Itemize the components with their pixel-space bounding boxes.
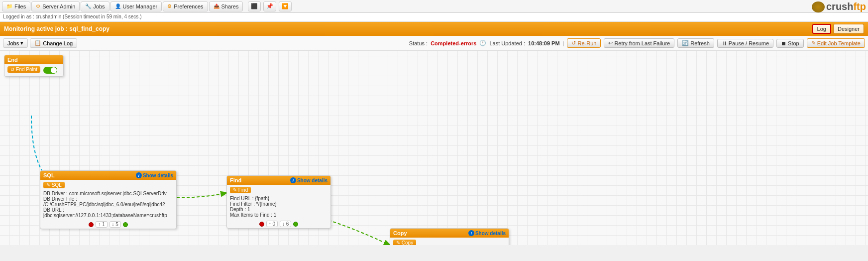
sql-node-footer: ↑ 1 ↓ 5 xyxy=(40,220,176,229)
nav-extra-3[interactable]: 🔽 xyxy=(279,1,292,11)
edit-job-template-button[interactable]: ✎ Edit Job Template xyxy=(807,38,865,48)
change-log-icon: 📋 xyxy=(34,40,41,46)
nav-server-admin[interactable]: ⚙ Server Admin xyxy=(31,1,80,11)
sql-node: SQL i Show details ✎ SQL DB Driver : com… xyxy=(40,170,177,229)
session-bar: Logged in as : crushadmin (Session timeo… xyxy=(0,13,868,22)
nav-extra-1[interactable]: ⬛ xyxy=(248,1,261,11)
user-manager-icon: 👤 xyxy=(115,3,121,9)
sql-success-dot xyxy=(123,222,128,227)
nav-files[interactable]: 📁 Files xyxy=(2,1,30,11)
status-label: Status : xyxy=(409,40,428,46)
copy-node-header: Copy i Show details xyxy=(390,229,509,238)
sql-counter-down: ↓ 5 xyxy=(109,221,121,228)
toolbar-left: Jobs ▾ 📋 Change Log xyxy=(3,38,77,48)
copy-sub-label[interactable]: ✎ Copy xyxy=(393,240,416,245)
refresh-icon: 🔄 xyxy=(682,40,689,46)
change-log-button[interactable]: 📋 Change Log xyxy=(30,38,77,48)
edit-icon: ✎ xyxy=(811,40,816,46)
refresh-button[interactable]: 🔄 Refresh xyxy=(677,38,714,48)
find-show-details[interactable]: i Show details xyxy=(290,177,327,183)
rerun-icon: ↺ xyxy=(571,40,576,46)
end-node-body: ↺ End Point xyxy=(4,64,63,76)
sql-node-header: SQL i Show details xyxy=(40,171,176,180)
clock-icon: 🕐 xyxy=(479,40,486,46)
copy-node: Copy i Show details ✎ Copy Destination :… xyxy=(390,228,509,245)
find-node-header: Find i Show details xyxy=(227,176,330,185)
refresh-small-icon: ↺ xyxy=(10,67,14,72)
pause-icon: ⏸ xyxy=(722,40,727,46)
last-updated-label: Last Updated : xyxy=(489,40,525,46)
copy-show-details[interactable]: i Show details xyxy=(468,230,506,236)
monitoring-actions: Log Designer xyxy=(812,24,864,34)
find-counter-down: ↓ 6 xyxy=(280,221,291,227)
sql-to-find-arrow xyxy=(177,193,226,198)
find-success-dot xyxy=(293,222,298,227)
find-node: Find i Show details ✎ Find Find URL : {f… xyxy=(226,175,331,229)
log-button[interactable]: Log xyxy=(812,24,831,34)
info-icon: i xyxy=(136,172,142,178)
rerun-button[interactable]: ↺ Re-Run xyxy=(567,38,601,48)
pause-resume-button[interactable]: ⏸ Pause / Resume xyxy=(717,39,773,48)
nav-extra-2[interactable]: 📌 xyxy=(263,1,276,11)
end-node-header: End xyxy=(4,55,63,64)
monitoring-title: Monitoring active job : sql_find_copy xyxy=(4,25,109,32)
sql-counter-up: ↑ 1 xyxy=(96,221,107,228)
sql-node-body: ✎ SQL DB Driver : com.microsoft.sqlserve… xyxy=(40,180,176,220)
stop-icon: ⏹ xyxy=(781,40,786,46)
end-point-label[interactable]: ↺ End Point xyxy=(7,66,40,73)
chevron-down-icon: ▾ xyxy=(20,40,23,46)
status-value: Completed-errors xyxy=(431,40,476,46)
shares-icon: 📤 xyxy=(214,3,219,9)
nav-jobs[interactable]: 🔧 Jobs xyxy=(81,1,109,11)
nav-shares[interactable]: 📤 Shares xyxy=(209,1,243,11)
copy-node-body: ✎ Copy Destination : file:///C:/FTPHOME/… xyxy=(390,238,509,245)
monitoring-bar: Monitoring active job : sql_find_copy Lo… xyxy=(0,22,868,36)
sql-error-dot xyxy=(89,222,94,227)
find-node-body: ✎ Find Find URL : {fpath} Find Filter : … xyxy=(227,185,330,220)
nav-preferences[interactable]: ⚙ Preferences xyxy=(163,1,208,11)
jobs-dropdown-button[interactable]: Jobs ▾ xyxy=(3,38,28,48)
info-icon-find: i xyxy=(290,177,296,183)
sql-sub-label[interactable]: ✎ SQL xyxy=(43,182,65,188)
designer-button[interactable]: Designer xyxy=(833,24,864,34)
info-icon-copy: i xyxy=(468,230,474,236)
last-updated-value: 10:48:09 PM xyxy=(528,40,560,46)
toolbar-right: Status : Completed-errors 🕐 Last Updated… xyxy=(409,38,865,48)
find-sub-label[interactable]: ✎ Find xyxy=(230,187,251,193)
sql-show-details[interactable]: i Show details xyxy=(136,172,173,178)
find-counter-up: ↑ 0 xyxy=(266,221,278,227)
job-canvas: End ↺ End Point SQL i Show details ✎ SQL… xyxy=(0,51,868,245)
nav-user-manager[interactable]: 👤 User Manager xyxy=(110,1,162,11)
retry-button[interactable]: ↩ Retry from Last Failure xyxy=(604,38,674,48)
end-point-toggle[interactable] xyxy=(43,67,57,74)
files-icon: 📁 xyxy=(6,3,12,9)
toolbar: Jobs ▾ 📋 Change Log Status : Completed-e… xyxy=(0,36,868,51)
preferences-icon: ⚙ xyxy=(167,3,172,9)
find-to-copy-arrow xyxy=(328,220,390,245)
retry-icon: ↩ xyxy=(608,40,613,46)
app-logo: crushftp xyxy=(812,1,866,12)
find-error-dot xyxy=(259,222,264,227)
end-node: End ↺ End Point xyxy=(4,55,64,77)
find-node-footer: ↑ 0 ↓ 6 xyxy=(227,220,330,228)
stop-button[interactable]: ⏹ Stop xyxy=(776,39,804,48)
jobs-icon: 🔧 xyxy=(85,3,91,9)
top-navigation: 📁 Files ⚙ Server Admin 🔧 Jobs 👤 User Man… xyxy=(0,0,868,13)
server-admin-icon: ⚙ xyxy=(36,3,40,9)
